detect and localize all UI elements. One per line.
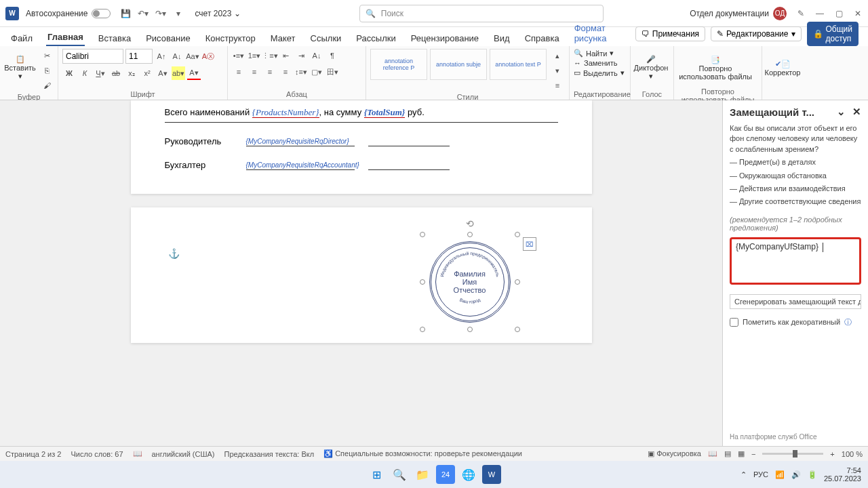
close-icon[interactable]: ✕ <box>853 9 863 18</box>
stamp-image[interactable]: ⟲ ⌧ Индивидуальный предприниматель Ваш г… <box>422 235 517 329</box>
align-left-icon[interactable]: ≡ <box>232 65 245 79</box>
styles-more-icon[interactable]: ≡ <box>551 79 564 92</box>
tab-references[interactable]: Ссылки <box>309 30 343 46</box>
resize-handle-s[interactable] <box>467 327 473 332</box>
alt-text-input[interactable]: {MyCompanyUfStamp} <box>730 237 861 285</box>
toggle-off-icon[interactable] <box>92 9 111 18</box>
status-page[interactable]: Страница 2 из 2 <box>5 450 61 458</box>
style-item-2[interactable]: annotation subje <box>430 49 487 80</box>
comments-button[interactable]: 🗨 Примечания <box>635 26 705 41</box>
qat-dropdown-icon[interactable]: ▾ <box>173 8 184 19</box>
align-center-icon[interactable]: ≡ <box>248 65 261 79</box>
tab-mailings[interactable]: Рассылки <box>355 30 397 46</box>
tab-review[interactable]: Рецензирование <box>410 30 480 46</box>
subscript-icon[interactable]: x₂ <box>125 66 138 80</box>
resize-handle-ne[interactable] <box>515 232 520 237</box>
tab-home[interactable]: Главная <box>46 29 85 46</box>
multilevel-icon[interactable]: ⋮≡▾ <box>263 49 277 62</box>
font-color-icon[interactable]: A▾ <box>187 66 201 80</box>
tab-insert[interactable]: Вставка <box>97 30 132 46</box>
grow-font-icon[interactable]: A↑ <box>155 49 168 63</box>
zoom-in-icon[interactable]: + <box>830 450 834 458</box>
increase-indent-icon[interactable]: ⇥ <box>294 49 308 62</box>
shrink-font-icon[interactable]: A↓ <box>170 49 184 63</box>
status-predictions[interactable]: Предсказания текста: Вкл <box>224 450 315 458</box>
resize-handle-n[interactable] <box>467 232 473 237</box>
replace-button[interactable]: ↔ Заменить <box>574 59 625 67</box>
pen-icon[interactable]: ✎ <box>796 9 806 18</box>
resize-handle-se[interactable] <box>515 327 520 332</box>
status-language[interactable]: английский (США) <box>152 450 215 458</box>
change-case-icon[interactable]: Aa▾ <box>186 49 199 63</box>
info-icon[interactable]: ⓘ <box>844 317 852 327</box>
strike-icon[interactable]: ab <box>109 66 123 80</box>
style-item-1[interactable]: annotation reference P <box>370 49 427 80</box>
sort-icon[interactable]: A↓ <box>310 49 323 62</box>
user-account[interactable]: Отдел документации ОД <box>690 7 787 20</box>
zoom-level[interactable]: 100 % <box>842 450 863 458</box>
select-button[interactable]: ▭ Выделить ▾ <box>574 68 625 77</box>
status-a11y[interactable]: ♿ Специальные возможности: проверьте рек… <box>323 449 522 458</box>
zoom-slider[interactable] <box>762 453 823 455</box>
zoom-out-icon[interactable]: − <box>751 450 755 458</box>
tab-help[interactable]: Справка <box>524 30 561 46</box>
taskbar-search-icon[interactable]: 🔍 <box>390 465 409 484</box>
font-size-combo[interactable]: 11 <box>125 49 153 64</box>
styles-down-icon[interactable]: ▾ <box>551 64 564 77</box>
italic-icon[interactable]: К <box>78 66 92 80</box>
tray-clock[interactable]: 7:5425.07.2023 <box>824 466 861 483</box>
dictate-button[interactable]: 🎤Диктофон▾ <box>635 49 667 87</box>
status-words[interactable]: Число слов: 67 <box>71 450 123 458</box>
search-input[interactable]: 🔍 Поиск <box>359 5 604 22</box>
view-print-icon[interactable]: ▤ <box>724 449 731 458</box>
font-name-combo[interactable]: Calibri <box>62 49 123 64</box>
tab-design[interactable]: Конструктор <box>204 30 257 46</box>
corrector-button[interactable]: ✔📄Корректор <box>766 49 799 87</box>
format-painter-icon[interactable]: 🖌 <box>40 79 54 92</box>
clear-format-icon[interactable]: Aⓧ <box>201 49 215 63</box>
decrease-indent-icon[interactable]: ⇤ <box>279 49 292 62</box>
paste-button[interactable]: 📋 Вставить▾ <box>4 49 36 87</box>
cut-icon[interactable]: ✂ <box>40 49 54 62</box>
justify-icon[interactable]: ≡ <box>279 65 292 79</box>
tab-draw[interactable]: Рисование <box>144 30 191 46</box>
undo-icon[interactable]: ↶▾ <box>138 8 149 19</box>
focus-mode-button[interactable]: ▣ Фокусировка <box>648 449 701 458</box>
start-icon[interactable]: ⊞ <box>367 465 386 484</box>
explorer-icon[interactable]: 📁 <box>413 465 432 484</box>
resize-handle-nw[interactable] <box>420 232 425 237</box>
tray-lang[interactable]: РУС <box>753 470 768 479</box>
status-spell-icon[interactable]: 📖 <box>133 449 142 458</box>
tray-chevron-icon[interactable]: ⌃ <box>741 470 747 479</box>
redo-icon[interactable]: ↷▾ <box>155 8 166 19</box>
underline-icon[interactable]: Ч▾ <box>94 66 107 80</box>
autosave-toggle[interactable]: Автосохранение <box>26 9 111 18</box>
tray-battery-icon[interactable]: 🔋 <box>808 470 817 479</box>
layout-options-icon[interactable]: ⌧ <box>523 237 536 251</box>
calendar-icon[interactable]: 24 <box>436 465 455 484</box>
tab-layout[interactable]: Макет <box>269 30 297 46</box>
minimize-icon[interactable]: — <box>815 9 825 18</box>
highlight-icon[interactable]: ab▾ <box>172 66 185 80</box>
bold-icon[interactable]: Ж <box>62 66 76 80</box>
anchor-icon[interactable]: ⚓ <box>168 248 180 259</box>
share-button[interactable]: 🔒 Общий доступ <box>807 22 859 46</box>
tab-view[interactable]: Вид <box>492 30 511 46</box>
view-web-icon[interactable]: ▦ <box>738 449 745 458</box>
line-spacing-icon[interactable]: ↕≡▾ <box>294 65 308 79</box>
reuse-files-button[interactable]: 📑Повторно использовать файлы <box>678 49 753 87</box>
save-icon[interactable]: 💾 <box>120 8 131 19</box>
chrome-icon[interactable]: 🌐 <box>459 465 478 484</box>
document-area[interactable]: Всего наименований {ProductsNumber}, на … <box>0 100 722 446</box>
resize-handle-e[interactable] <box>515 279 520 285</box>
view-read-icon[interactable]: 📖 <box>708 449 717 458</box>
panel-chevron-icon[interactable]: ⌄ <box>837 106 846 117</box>
maximize-icon[interactable]: ▢ <box>834 9 844 18</box>
resize-handle-sw[interactable] <box>420 327 425 332</box>
find-button[interactable]: 🔍 Найти ▾ <box>574 49 625 58</box>
document-title[interactable]: счет 2023 ⌄ <box>195 9 240 18</box>
style-item-3[interactable]: annotation text P <box>490 49 547 80</box>
decorative-checkbox[interactable] <box>730 318 738 327</box>
rotate-handle-icon[interactable]: ⟲ <box>466 218 474 229</box>
bullets-icon[interactable]: •≡▾ <box>232 49 245 62</box>
